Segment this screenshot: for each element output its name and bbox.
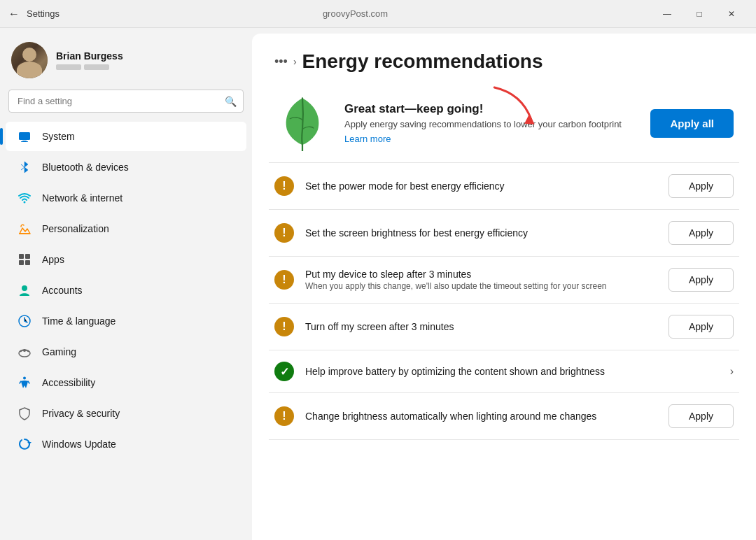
apps-icon	[17, 252, 32, 267]
rec-row-2: ! Put my device to sleep after 3 minutes…	[269, 256, 739, 303]
sidebar-nav: System Bluetooth & devices	[0, 121, 252, 460]
sidebar-item-accounts[interactable]: Accounts	[6, 276, 246, 305]
rec-row-1: ! Set the screen brightness for best ene…	[269, 209, 739, 256]
rec-row-0: ! Set the power mode for best energy eff…	[269, 162, 739, 209]
apply-button-5[interactable]: Apply	[668, 404, 734, 428]
sidebar-item-accessibility-label: Accessibility	[42, 377, 95, 388]
sidebar-user: Brian Burgess	[0, 36, 252, 90]
avatar-image	[11, 42, 48, 78]
rec-row-3: ! Turn off my screen after 3 minutes App…	[269, 303, 739, 350]
rec-label-1: Set the screen brightness for best energ…	[305, 227, 657, 239]
rec-label-2: Put my device to sleep after 3 minutes	[305, 269, 657, 280]
svg-point-12	[26, 353, 27, 354]
apply-button-3[interactable]: Apply	[668, 315, 734, 339]
hero-description: Apply energy saving recommendations to l…	[344, 119, 622, 129]
rec-row-4[interactable]: ✓ Help improve battery by optimizing the…	[269, 350, 739, 392]
update-icon	[17, 436, 32, 452]
rec-icon-4: ✓	[274, 362, 294, 381]
sidebar-item-time[interactable]: Time & language	[6, 306, 246, 336]
sidebar-item-accessibility[interactable]: Accessibility	[6, 368, 246, 397]
svg-rect-6	[19, 260, 24, 265]
content-area: ••• › Energy recommendations Great start…	[252, 34, 756, 540]
content-header: ••• › Energy recommendations	[252, 34, 756, 84]
search-input[interactable]	[8, 90, 244, 113]
rec-icon-2: !	[274, 270, 294, 290]
apply-button-0[interactable]: Apply	[668, 174, 734, 198]
sidebar-item-bluetooth-label: Bluetooth & devices	[42, 162, 129, 173]
sidebar-item-accounts-label: Accounts	[42, 285, 83, 296]
sidebar-item-gaming[interactable]: Gaming	[6, 337, 246, 367]
breadcrumb-arrow: ›	[293, 56, 297, 67]
rec-label-3: Turn off my screen after 3 minutes	[305, 321, 657, 332]
user-info: Brian Burgess	[56, 50, 123, 70]
rec-icon-3: !	[274, 317, 294, 336]
apply-all-button[interactable]: Apply all	[650, 109, 734, 138]
svg-rect-4	[19, 254, 24, 259]
titlebar-center-text: groovyPost.com	[59, 8, 651, 19]
svg-point-3	[24, 201, 26, 204]
chevron-right-icon[interactable]: ›	[730, 365, 734, 378]
apply-button-2[interactable]: Apply	[668, 268, 734, 292]
window-controls: — □ ✕	[651, 3, 748, 25]
network-icon	[17, 190, 32, 206]
personalization-icon	[17, 221, 32, 236]
rec-action-1: Apply	[668, 221, 734, 245]
search-container: 🔍	[8, 90, 244, 113]
sidebar-item-system-label: System	[42, 131, 75, 142]
rec-sub-2: When you apply this change, we'll also u…	[305, 281, 657, 291]
rec-text-5: Change brightness automatically when lig…	[305, 411, 657, 422]
username: Brian Burgess	[56, 50, 123, 62]
titlebar: ← Settings groovyPost.com — □ ✕	[0, 0, 756, 28]
sidebar-item-gaming-label: Gaming	[42, 346, 76, 357]
sidebar-item-update[interactable]: Windows Update	[6, 429, 246, 459]
accounts-icon	[17, 283, 32, 298]
svg-point-13	[23, 377, 26, 380]
rec-icon-5: !	[274, 406, 294, 426]
accessibility-icon	[17, 375, 32, 390]
rec-action-2: Apply	[668, 268, 734, 292]
avatar	[11, 42, 48, 78]
recommendations-list: ! Set the power mode for best energy eff…	[252, 162, 756, 440]
sidebar-item-update-label: Windows Update	[42, 439, 116, 450]
app-name: Settings	[27, 8, 59, 19]
user-bars	[56, 64, 123, 70]
gaming-icon	[17, 344, 32, 360]
sidebar-item-network[interactable]: Network & internet	[6, 183, 246, 213]
page-title: Energy recommendations	[302, 50, 543, 73]
apply-button-1[interactable]: Apply	[668, 221, 734, 245]
sidebar-item-bluetooth[interactable]: Bluetooth & devices	[6, 152, 246, 182]
rec-text-3: Turn off my screen after 3 minutes	[305, 321, 657, 332]
sidebar-item-apps-label: Apps	[42, 254, 64, 265]
rec-icon-0: !	[274, 176, 294, 196]
svg-rect-2	[21, 141, 28, 142]
sidebar-item-system[interactable]: System	[6, 122, 246, 151]
close-button[interactable]: ✕	[715, 3, 748, 25]
breadcrumb-dots[interactable]: •••	[274, 55, 288, 69]
back-button[interactable]: ←	[8, 8, 20, 20]
maximize-button[interactable]: □	[683, 3, 715, 25]
search-icon: 🔍	[225, 96, 237, 107]
bluetooth-icon	[17, 159, 32, 175]
time-icon	[17, 313, 32, 329]
bar-2	[84, 64, 109, 70]
rec-action-4[interactable]: ›	[730, 365, 734, 378]
rec-text-2: Put my device to sleep after 3 minutes W…	[305, 269, 657, 291]
svg-marker-15	[525, 113, 538, 127]
rec-text-0: Set the power mode for best energy effic…	[305, 180, 657, 192]
main-layout: Brian Burgess 🔍	[0, 28, 756, 540]
system-icon	[17, 129, 32, 144]
rec-row-5: ! Change brightness automatically when l…	[269, 392, 739, 440]
learn-more-link[interactable]: Learn more	[344, 134, 391, 144]
svg-rect-5	[25, 254, 30, 259]
rec-text-1: Set the screen brightness for best energ…	[305, 227, 657, 239]
rec-action-0: Apply	[668, 174, 734, 198]
minimize-button[interactable]: —	[651, 3, 683, 25]
bar-1	[56, 64, 81, 70]
rec-icon-1: !	[274, 223, 294, 243]
rec-action-5: Apply	[668, 404, 734, 428]
sidebar-item-personalization[interactable]: Personalization	[6, 214, 246, 243]
sidebar-item-time-label: Time & language	[42, 315, 115, 327]
svg-point-11	[23, 349, 26, 352]
sidebar-item-privacy[interactable]: Privacy & security	[6, 399, 246, 428]
sidebar-item-apps[interactable]: Apps	[6, 245, 246, 274]
